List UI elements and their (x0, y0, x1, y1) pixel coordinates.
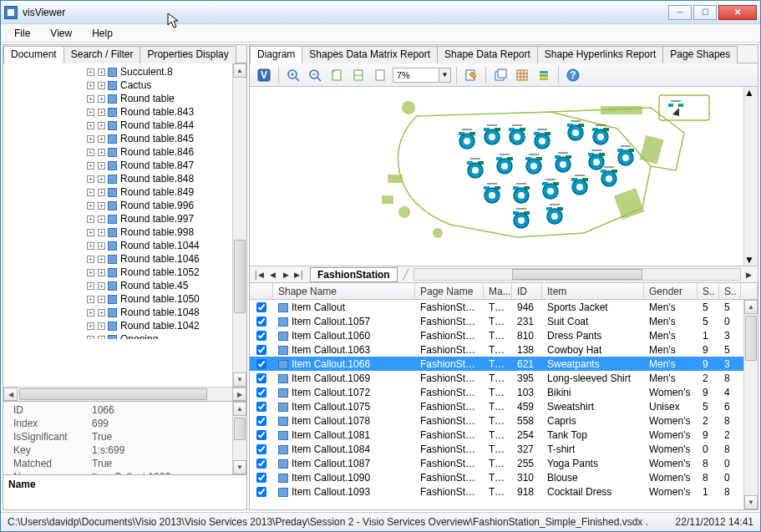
tree-item[interactable]: ++Round table.1042 (8, 319, 246, 332)
scroll-up-icon[interactable]: ▲ (744, 87, 758, 99)
expander-icon[interactable]: + (98, 95, 105, 103)
col-id[interactable]: ID (512, 283, 542, 299)
tree-item[interactable]: ++Round table.846 (8, 145, 246, 159)
table-row[interactable]: Item CalloutFashionStationTrue946Sports … (250, 300, 758, 314)
scroll-down-icon[interactable]: ▼ (744, 495, 758, 509)
menu-help[interactable]: Help (84, 26, 121, 41)
table-row[interactable]: Item Callout.1063FashionStationTrue138Co… (250, 342, 758, 357)
row-checkbox[interactable] (250, 444, 273, 454)
scroll-thumb[interactable] (19, 388, 207, 400)
props-vscrollbar[interactable]: ▲ ▼ (232, 402, 246, 474)
row-checkbox[interactable] (250, 359, 273, 369)
new-window-icon[interactable] (491, 66, 510, 84)
tree-item[interactable]: ++Round table.845 (8, 132, 246, 145)
expander-icon[interactable]: + (87, 309, 94, 317)
property-row[interactable]: NameItem Callout.1066 (5, 470, 245, 474)
expander-icon[interactable]: + (98, 122, 105, 129)
grid-vscrollbar[interactable]: ▲ ▼ (743, 300, 758, 509)
expander-icon[interactable]: + (87, 95, 94, 103)
tree-item[interactable]: ++Round table.45 (8, 279, 246, 292)
expander-icon[interactable]: + (87, 282, 94, 290)
expander-icon[interactable]: + (98, 322, 105, 330)
properties-grid[interactable]: ID1066Index699IsSignificantTrueKey1:s:69… (3, 402, 246, 474)
expander-icon[interactable]: + (87, 215, 94, 223)
tree-item[interactable]: ++Round table.843 (8, 105, 246, 119)
grid-icon[interactable] (513, 66, 531, 84)
visio-icon[interactable]: V (255, 66, 273, 84)
expander-icon[interactable]: + (87, 229, 94, 236)
table-row[interactable]: Item Callout.1075FashionStationTrue459Sw… (250, 399, 758, 413)
scroll-down-icon[interactable]: ▼ (233, 372, 246, 387)
table-row[interactable]: Item Callout.1066FashionStationTrue621Sw… (250, 357, 758, 371)
zoom-combo[interactable]: ▼ (393, 68, 451, 83)
row-checkbox[interactable] (250, 402, 273, 412)
scroll-thumb[interactable] (234, 418, 246, 440)
maximize-button[interactable] (693, 5, 717, 20)
scroll-thumb[interactable] (745, 316, 757, 361)
tree-item[interactable]: ++Cactus (8, 79, 246, 92)
table-row[interactable]: Item Callout.1078FashionStationTrue558Ca… (250, 413, 758, 428)
property-row[interactable]: ID1066 (5, 403, 245, 417)
col-s1[interactable]: S.. (698, 283, 719, 299)
tree-vscrollbar[interactable]: ▲ ▼ (232, 63, 246, 387)
expander-icon[interactable]: + (98, 68, 105, 76)
expander-icon[interactable]: + (87, 109, 94, 116)
edit-icon[interactable] (462, 66, 480, 84)
table-row[interactable]: Item Callout.1072FashionStationTrue103Bi… (250, 385, 758, 399)
scroll-right-icon[interactable]: ▶ (232, 388, 246, 401)
expander-icon[interactable]: + (98, 215, 105, 223)
close-button[interactable] (718, 5, 757, 20)
expander-icon[interactable]: + (98, 269, 105, 276)
next-page-icon[interactable]: ▶ (280, 268, 292, 281)
expander-icon[interactable]: + (98, 336, 105, 340)
zoom-dropdown-icon[interactable]: ▼ (439, 68, 451, 83)
row-checkbox[interactable] (250, 487, 273, 497)
expander-icon[interactable]: + (98, 229, 105, 236)
expander-icon[interactable]: + (87, 162, 94, 170)
expander-icon[interactable]: + (98, 82, 105, 89)
tree-item[interactable]: ++Round table.1050 (8, 292, 246, 306)
expander-icon[interactable]: + (87, 242, 94, 250)
zoom-input[interactable] (393, 68, 439, 83)
tab-document[interactable]: Document (3, 46, 64, 63)
minimize-button[interactable] (668, 5, 692, 20)
expander-icon[interactable]: + (87, 82, 94, 89)
expander-icon[interactable]: + (98, 109, 105, 116)
expander-icon[interactable]: + (87, 68, 94, 76)
help-icon[interactable]: ? (564, 66, 582, 84)
expander-icon[interactable]: + (98, 189, 105, 196)
row-checkbox[interactable] (250, 416, 273, 426)
table-row[interactable]: Item Callout.1090FashionStationTrue310Bl… (250, 470, 758, 484)
expander-icon[interactable]: + (87, 149, 94, 156)
tree-item[interactable]: ++Round table.997 (8, 212, 246, 225)
table-row[interactable]: Item Callout.1087FashionStationTrue255Yo… (250, 456, 758, 470)
tab-data-report[interactable]: Shape Data Report (437, 46, 538, 63)
tab-properties-display[interactable]: Properties Display (140, 46, 236, 63)
row-checkbox[interactable] (250, 473, 273, 483)
last-page-icon[interactable]: ▶│ (293, 268, 305, 281)
row-checkbox[interactable] (250, 373, 273, 383)
col-item[interactable]: Item (542, 283, 644, 299)
zoom-out-icon[interactable] (306, 66, 324, 84)
tab-page-shapes[interactable]: Page Shapes (662, 46, 738, 63)
expander-icon[interactable]: + (98, 282, 105, 290)
expander-icon[interactable]: + (98, 135, 105, 143)
prev-page-icon[interactable]: ◀ (266, 268, 278, 281)
scroll-down-icon[interactable]: ▼ (233, 460, 246, 474)
row-checkbox[interactable] (250, 388, 273, 398)
col-check[interactable] (250, 283, 273, 299)
tab-matrix-report[interactable]: Shapes Data Matrix Report (302, 46, 438, 63)
tree-hscrollbar[interactable]: ◀ ▶ (3, 387, 246, 401)
first-page-icon[interactable]: │◀ (253, 268, 265, 281)
grid-body[interactable]: Item CalloutFashionStationTrue946Sports … (250, 300, 758, 509)
col-gender[interactable]: Gender (644, 283, 698, 299)
row-checkbox[interactable] (250, 430, 273, 440)
scroll-right-icon[interactable]: ▶ (743, 268, 754, 281)
tree-item[interactable]: ++Round table.1048 (8, 306, 246, 319)
tab-hyperlinks-report[interactable]: Shape Hyperlinks Report (537, 46, 663, 63)
expander-icon[interactable]: + (98, 309, 105, 317)
tree-item[interactable]: ++Round table (8, 92, 246, 105)
expander-icon[interactable]: + (87, 336, 94, 340)
row-checkbox[interactable] (250, 459, 273, 469)
tree-item[interactable]: ++Succulent.8 (8, 65, 246, 79)
